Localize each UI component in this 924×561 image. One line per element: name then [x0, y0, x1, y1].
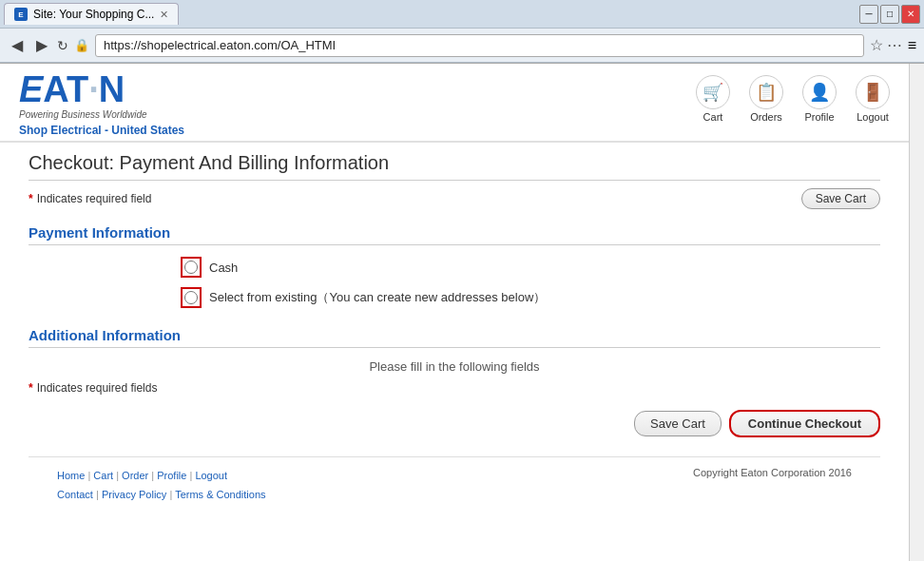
bottom-actions: Save Cart Continue Checkout: [29, 410, 880, 437]
required-fields-text: Indicates required fields: [37, 381, 158, 395]
profile-label: Profile: [804, 111, 834, 123]
scrollbar[interactable]: [909, 64, 924, 561]
required-fields-note: * Indicates required fields: [29, 381, 880, 395]
orders-label: Orders: [750, 111, 782, 123]
footer-privacy-link[interactable]: Privacy Policy: [102, 489, 166, 500]
footer-cart-link[interactable]: Cart: [93, 470, 113, 481]
existing-radio-highlight: [181, 287, 202, 308]
maximize-button[interactable]: □: [880, 5, 899, 24]
footer-order-link[interactable]: Order: [122, 470, 148, 481]
window-controls: ─ □ ✕: [859, 5, 920, 24]
url-bar[interactable]: [95, 34, 864, 57]
logout-label: Logout: [857, 111, 889, 123]
cart-icon: 🛒: [696, 75, 730, 109]
orders-icon: 📋: [749, 75, 783, 109]
site-header: E AT · N Powering Business Worldwide Sho…: [0, 64, 909, 143]
tab-title: Site: Your Shopping C...: [33, 8, 154, 21]
close-button[interactable]: ✕: [901, 5, 920, 24]
cash-label: Cash: [209, 261, 238, 275]
asterisk-indicator2: *: [29, 381, 33, 395]
payment-cash-row: Cash: [181, 257, 880, 278]
save-cart-top-button[interactable]: Save Cart: [801, 188, 880, 209]
nav-logout[interactable]: 🚪 Logout: [856, 75, 890, 123]
payment-existing-row: Select from existing（You can create new …: [181, 287, 880, 308]
main-content: Checkout: Payment And Billing Informatio…: [0, 143, 909, 533]
bookmark-icon[interactable]: ⋯: [887, 36, 902, 54]
footer-profile-link[interactable]: Profile: [157, 470, 186, 481]
refresh-button[interactable]: ↻: [57, 38, 68, 53]
payment-section-header: Payment Information: [29, 224, 880, 245]
logo-at: AT: [43, 71, 88, 107]
payment-section: Payment Information Cash Select from exi…: [29, 224, 880, 308]
title-bar: E Site: Your Shopping C... ✕ ─ □ ✕: [0, 0, 924, 29]
additional-information-section: Additional Information Please fill in th…: [29, 327, 880, 395]
star-icon[interactable]: ☆: [870, 36, 883, 54]
browser-menu-button[interactable]: ≡: [908, 37, 916, 54]
tab-close-button[interactable]: ✕: [160, 9, 168, 21]
cash-radio[interactable]: [184, 261, 198, 274]
fill-fields-text: Please fill in the following fields: [29, 359, 880, 374]
header-nav: 🛒 Cart 📋 Orders 👤 Profile 🚪 Logout: [696, 71, 890, 123]
profile-icon: 👤: [802, 75, 837, 109]
page-wrapper: E AT · N Powering Business Worldwide Sho…: [0, 64, 924, 561]
eaton-logo: E AT · N Powering Business Worldwide Sho…: [19, 71, 184, 137]
footer-links-line1: Home | Cart | Order | Profile | Logout: [57, 467, 266, 486]
page-title: Checkout: Payment And Billing Informatio…: [29, 152, 880, 181]
required-field-text: Indicates required field: [37, 192, 152, 205]
logo-tagline: Powering Business Worldwide: [19, 109, 184, 120]
ssl-lock-icon: 🔒: [74, 38, 89, 52]
navigation-bar: ◀ ▶ ↻ 🔒 ☆ ⋯ ≡: [0, 29, 924, 63]
minimize-button[interactable]: ─: [859, 5, 878, 24]
save-cart-bottom-button[interactable]: Save Cart: [634, 411, 722, 436]
page-content: E AT · N Powering Business Worldwide Sho…: [0, 64, 909, 561]
tab-favicon: E: [14, 8, 28, 21]
existing-address-radio[interactable]: [184, 291, 198, 304]
logout-icon: 🚪: [856, 75, 890, 109]
browser-chrome: E Site: Your Shopping C... ✕ ─ □ ✕ ◀ ▶ ↻…: [0, 0, 924, 64]
footer-logout-link[interactable]: Logout: [195, 470, 227, 481]
nav-orders[interactable]: 📋 Orders: [749, 75, 783, 123]
cash-radio-highlight: [181, 257, 202, 278]
cart-label: Cart: [703, 111, 723, 123]
footer-links-line2: Contact | Privacy Policy | Terms & Condi…: [57, 486, 266, 505]
logo-e: E: [19, 71, 43, 107]
browser-nav-icons: ☆ ⋯: [870, 36, 902, 54]
required-note-text: * Indicates required field: [29, 192, 151, 205]
footer-terms-link[interactable]: Terms & Conditions: [175, 489, 265, 500]
logo-n: N: [99, 71, 125, 107]
back-button[interactable]: ◀: [8, 34, 27, 56]
logo-hyphen: ·: [88, 71, 99, 107]
footer-home-link[interactable]: Home: [57, 470, 85, 481]
additional-section-header: Additional Information: [29, 327, 880, 348]
forward-button[interactable]: ▶: [32, 34, 51, 56]
browser-tab[interactable]: E Site: Your Shopping C... ✕: [4, 3, 179, 25]
footer-copyright: Copyright Eaton Corporation 2016: [693, 467, 852, 478]
nav-profile[interactable]: 👤 Profile: [802, 75, 837, 123]
page-footer: Home | Cart | Order | Profile | Logout C…: [29, 456, 880, 514]
required-note-row: * Indicates required field Save Cart: [29, 188, 880, 209]
existing-address-label: Select from existing（You can create new …: [209, 289, 546, 306]
nav-cart[interactable]: 🛒 Cart: [696, 75, 730, 123]
continue-checkout-button[interactable]: Continue Checkout: [729, 410, 880, 437]
logo-brand: E AT · N: [19, 71, 184, 107]
site-link[interactable]: Shop Electrical - United States: [19, 124, 184, 137]
asterisk-indicator: *: [29, 192, 33, 205]
footer-contact-link[interactable]: Contact: [57, 489, 93, 500]
footer-links: Home | Cart | Order | Profile | Logout C…: [57, 467, 266, 505]
